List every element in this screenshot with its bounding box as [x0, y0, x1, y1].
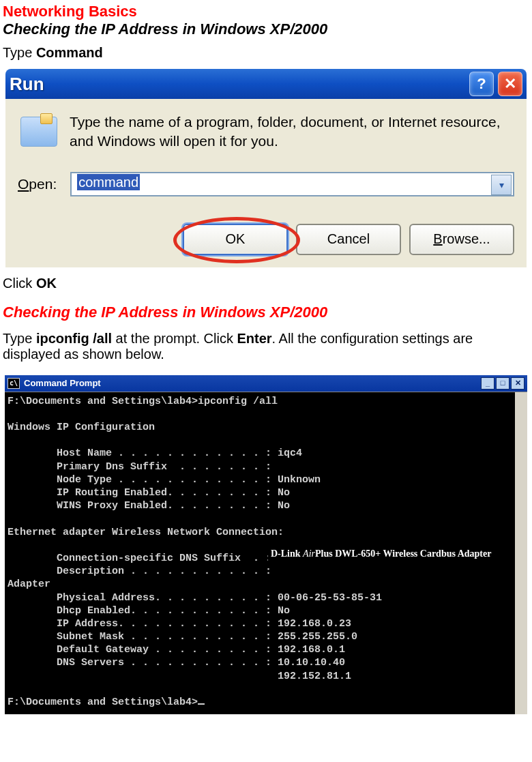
help-button[interactable]: ?	[469, 72, 494, 96]
open-row: Open: command ▾	[18, 172, 514, 196]
cmd-line: Ethernet adapter Wireless Network Connec…	[8, 527, 284, 538]
cmd-line: Primary Dns Suffix . . . . . . . :	[8, 461, 271, 473]
text: Click	[3, 276, 36, 291]
section-title: Networking Basics	[3, 3, 529, 20]
cmd-line: F:\Documents and Settings\lab4>	[8, 697, 198, 708]
browse-underline: B	[433, 231, 442, 246]
run-description: Type the name of a program, folder, docu…	[70, 113, 514, 151]
instruction-click-ok: Click OK	[3, 276, 529, 291]
cmd-line: 192.152.81.1	[8, 671, 351, 682]
cmd-close-button[interactable]: ✕	[511, 377, 524, 390]
run-titlebar: Run ? ✕	[5, 69, 527, 99]
command-prompt-window: c\ Command Prompt _ □ ✕ F:\Documents and…	[3, 373, 529, 717]
ov-air: Air	[303, 548, 315, 559]
cursor	[198, 703, 205, 705]
cmd-line: Subnet Mask . . . . . . . . . . . : 255.…	[8, 631, 357, 643]
ok-button-annotation: OK	[183, 224, 288, 255]
chevron-down-icon[interactable]: ▾	[491, 175, 512, 195]
t1: Type	[3, 331, 36, 346]
close-button[interactable]: ✕	[498, 72, 522, 96]
run-dialog: Run ? ✕ Type the name of a program, fold…	[3, 66, 529, 270]
cmd-line: DNS Servers . . . . . . . . . . . : 10.1…	[8, 657, 345, 669]
text-bold: Command	[36, 45, 103, 60]
cmd-line: Description . . . . . . . . . . . :	[8, 566, 271, 577]
vertical-scrollbar[interactable]	[515, 392, 527, 715]
cmd-line: Dhcp Enabled. . . . . . . . . . . : No	[8, 605, 290, 617]
ok-button[interactable]: OK	[183, 224, 288, 255]
cmd-line: Default Gateway . . . . . . . . . : 192.…	[8, 644, 345, 656]
cmd-line: Host Name . . . . . . . . . . . . : iqc4	[8, 448, 302, 459]
browse-rest: rowse...	[443, 231, 490, 246]
cmd-icon: c\	[8, 378, 20, 389]
cmd-container: F:\Documents and Settings\lab4>ipconfig …	[5, 392, 527, 715]
run-title: Run	[10, 74, 44, 95]
ov-brand: D-Link	[271, 548, 303, 559]
instruction-ipconfig: Type ipconfig /all at the prompt. Click …	[3, 331, 529, 362]
cmd-line: Adapter	[8, 578, 50, 590]
cmd-line: Windows IP Configuration	[8, 422, 155, 433]
open-input[interactable]: command	[70, 172, 514, 196]
run-icon	[20, 117, 57, 147]
text-bold: OK	[36, 276, 57, 291]
cmd-title-text: Command Prompt	[24, 378, 101, 388]
cmd-body[interactable]: F:\Documents and Settings\lab4>ipconfig …	[5, 392, 515, 715]
ov-rest: Plus DWL-650+ Wireless Cardbus Adapter	[315, 548, 491, 559]
text: Type	[3, 45, 36, 60]
adapter-description-overlay: D-Link AirPlus DWL-650+ Wireless Cardbus…	[268, 546, 515, 561]
cmd-line: IP Routing Enabled. . . . . . . . : No	[8, 487, 290, 499]
cancel-button[interactable]: Cancel	[296, 224, 401, 255]
run-body: Type the name of a program, folder, docu…	[5, 99, 527, 267]
cmd-line: WINS Proxy Enabled. . . . . . . . : No	[8, 500, 290, 512]
b2: Enter	[237, 331, 271, 346]
b1: ipconfig /all	[36, 331, 112, 346]
instruction-type-command: Type Command	[3, 45, 529, 61]
browse-button[interactable]: Browse...	[409, 224, 514, 255]
section-subtitle: Checking the IP Address in Windows XP/20…	[3, 20, 529, 38]
dialog-button-row: OK Cancel Browse...	[18, 224, 514, 255]
cmd-line: F:\Documents and Settings\lab4>ipconfig …	[8, 396, 278, 407]
cmd-line: Physical Address. . . . . . . . . : 00-0…	[8, 592, 382, 604]
cmd-line: Connection-specific DNS Suffix . :	[8, 553, 271, 564]
open-combobox[interactable]: command ▾	[70, 172, 514, 196]
minimize-button[interactable]: _	[481, 377, 494, 390]
subheading-red: Checking the IP Address in Windows XP/20…	[3, 304, 529, 321]
open-label-underline: O	[18, 176, 29, 192]
cmd-line: Node Type . . . . . . . . . . . . : Unkn…	[8, 474, 321, 486]
maximize-button[interactable]: □	[496, 377, 509, 390]
open-input-selection: command	[77, 174, 140, 190]
open-label: Open:	[18, 176, 57, 192]
run-description-row: Type the name of a program, folder, docu…	[18, 113, 514, 151]
cmd-titlebar: c\ Command Prompt _ □ ✕	[5, 375, 527, 392]
cmd-line: IP Address. . . . . . . . . . . . : 192.…	[8, 618, 351, 630]
t2: at the prompt. Click	[112, 331, 237, 346]
